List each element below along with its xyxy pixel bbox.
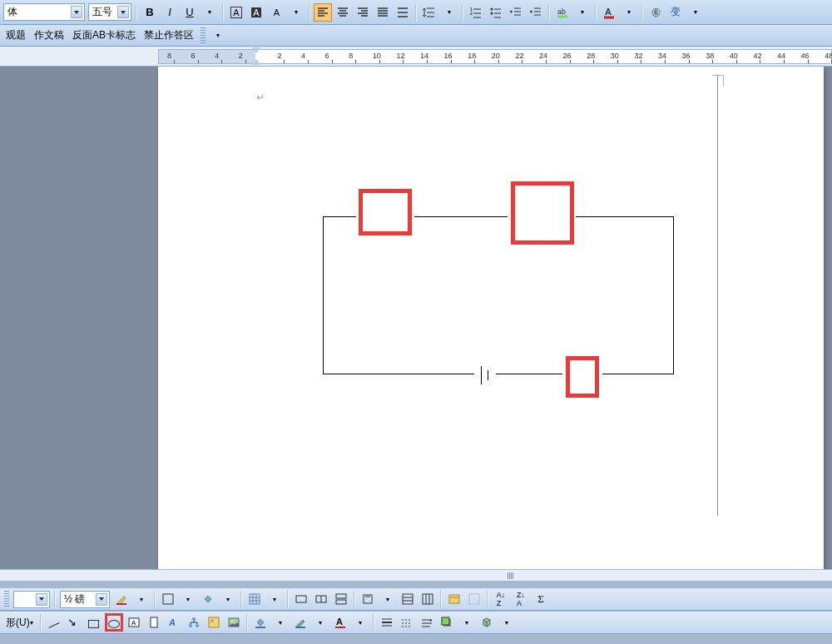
line-spacing-button[interactable] [420, 3, 438, 22]
border-more-button[interactable]: ▾ [179, 590, 197, 608]
font-color-shape-more-button[interactable]: ▾ [351, 613, 369, 632]
3d-more-button[interactable]: ▾ [498, 613, 516, 632]
textbox-button[interactable]: A [125, 613, 143, 632]
bullets-button[interactable] [487, 3, 505, 22]
topic-button[interactable]: 观题 [2, 27, 30, 44]
asian-layout-button[interactable]: 变 [666, 3, 685, 22]
oval-icon [108, 620, 120, 628]
chevron-down-icon[interactable] [96, 593, 107, 606]
drawn-rectangle[interactable] [323, 216, 674, 374]
highlight-button[interactable]: ab [553, 3, 572, 22]
fill-shape-more-button[interactable]: ▾ [271, 613, 290, 632]
font-size-dropdown[interactable]: 五号 [88, 3, 131, 21]
align-more-button[interactable]: ▾ [379, 590, 397, 608]
line-spacing-more-button[interactable]: ▾ [440, 3, 458, 22]
font-family-dropdown[interactable]: 体 [3, 3, 85, 21]
oval-tool-button[interactable] [105, 613, 123, 632]
rectangle-tool-button[interactable] [85, 613, 103, 632]
split-table-button[interactable] [332, 590, 350, 608]
fill-color-button[interactable] [199, 590, 217, 608]
noanswer-button[interactable]: 禁止作答区 [140, 27, 198, 44]
asian-layout-label: 变 [671, 5, 681, 19]
align-justify-button[interactable] [374, 3, 392, 22]
insert-picture-button[interactable] [225, 613, 243, 632]
wordart-button[interactable]: A [165, 613, 183, 632]
line-style-button[interactable] [378, 613, 396, 632]
dash-style-button[interactable] [398, 613, 416, 632]
increase-indent-button[interactable] [527, 3, 545, 22]
merge-cells-button[interactable] [292, 590, 310, 608]
toolbar-grip[interactable] [4, 591, 9, 607]
splitter-grip-icon[interactable] [508, 572, 514, 579]
table-more-button[interactable]: ▾ [265, 590, 284, 608]
shadow-more-button[interactable]: ▾ [458, 613, 476, 632]
clipart-button[interactable] [205, 613, 223, 632]
chevron-down-icon[interactable] [71, 6, 82, 18]
distribute-cols-icon [421, 592, 434, 606]
ruler-number: 32 [634, 52, 642, 60]
bold-button[interactable]: B [141, 3, 159, 22]
hide-gridlines-button[interactable] [465, 590, 483, 608]
font-color-more-button[interactable]: ▾ [620, 3, 638, 22]
insert-table-button[interactable] [245, 590, 264, 608]
font-shading-button[interactable]: A [247, 3, 265, 22]
horizontal-scrollbar[interactable] [0, 569, 832, 581]
char-scale-more-button[interactable]: ▾ [287, 3, 305, 22]
align-left-button[interactable] [314, 3, 332, 22]
distribute-button[interactable] [394, 3, 412, 22]
separator [54, 591, 56, 607]
shapes-menu-button[interactable]: 形(U) ▾ [2, 614, 37, 631]
align-center-button[interactable] [334, 3, 352, 22]
sort-asc-button[interactable]: A↓Z [492, 590, 510, 608]
essay-button[interactable]: 作文稿 [30, 27, 68, 44]
pen-color-more-button[interactable]: ▾ [132, 590, 151, 608]
line-color-button[interactable] [291, 613, 310, 632]
highlight-more-button[interactable]: ▾ [573, 3, 592, 22]
toolbar-options-button[interactable]: ▾ [209, 27, 227, 45]
3d-button[interactable] [478, 613, 496, 632]
chevron-down-icon[interactable] [36, 593, 47, 606]
underline-button[interactable]: U [181, 3, 199, 22]
pen-color-button[interactable] [112, 590, 131, 608]
vertical-textbox-button[interactable] [145, 613, 163, 632]
char-scale-button[interactable]: A [267, 3, 285, 22]
line-style-dropdown[interactable] [13, 591, 50, 608]
orgchart-button[interactable] [185, 613, 203, 632]
sort-desc-button[interactable]: Z↓A [512, 590, 530, 608]
font-color-shape-button[interactable]: A [331, 613, 349, 632]
autoformat-button[interactable] [445, 590, 463, 608]
line-color-more-button[interactable]: ▾ [311, 613, 329, 632]
chevron-down-icon[interactable] [117, 6, 129, 18]
border-button[interactable] [159, 590, 177, 608]
underline-style-button[interactable]: ▾ [201, 3, 219, 22]
line-weight-dropdown[interactable]: ½ 磅 [60, 591, 110, 608]
fill-more-button[interactable]: ▾ [219, 590, 237, 608]
first-line-indent-marker[interactable] [252, 47, 260, 56]
arrow-tool-button[interactable] [65, 613, 83, 632]
align-top-button[interactable] [359, 590, 377, 608]
horizontal-ruler[interactable]: 8642246810121416182022242628303234363840… [158, 49, 832, 64]
split-cells-button[interactable] [312, 590, 330, 608]
font-color-button[interactable]: A [600, 3, 618, 22]
shadow-button[interactable] [438, 613, 456, 632]
toolbar-grip[interactable] [201, 27, 206, 44]
highlight-icon: ab [556, 6, 569, 19]
page[interactable]: ↵ [158, 67, 824, 569]
tables-borders-toolbar: ½ 磅 ▾ ▾ ▾ ▾ ▾ A↓Z Z↓A Σ [0, 587, 832, 611]
italic-button[interactable]: I [161, 3, 179, 22]
decrease-indent-button[interactable] [507, 3, 525, 22]
line-tool-button[interactable] [45, 613, 63, 632]
distribute-cols-button[interactable] [418, 590, 437, 608]
fill-shape-button[interactable] [251, 613, 270, 632]
asian-more-button[interactable]: ▾ [686, 3, 705, 22]
document-viewport[interactable]: ↵ [0, 67, 832, 569]
font-border-button[interactable]: A [227, 3, 245, 22]
arrow-style-button[interactable] [418, 613, 436, 632]
distribute-rows-button[interactable] [399, 590, 417, 608]
align-right-button[interactable] [354, 3, 372, 22]
phonetic-button[interactable]: ㊔ [646, 3, 665, 22]
autosum-button[interactable]: Σ [532, 590, 550, 608]
abcard-button[interactable]: 反面AB卡标志 [68, 27, 140, 44]
numbering-button[interactable]: 12 [467, 3, 485, 22]
battery-symbol[interactable] [481, 366, 498, 384]
